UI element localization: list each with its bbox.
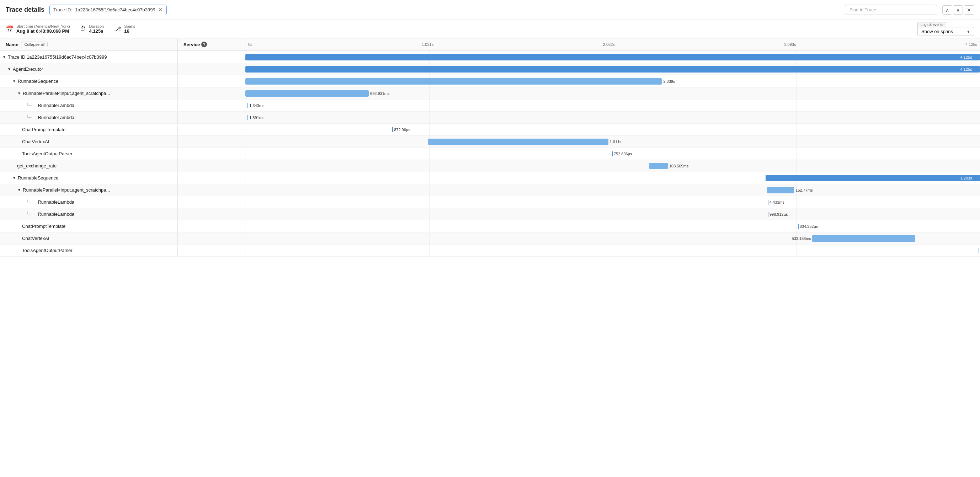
row-timeline-cell: 998.912µs [245,208,980,220]
start-time-value: Aug 8 at 6:43:08.068 PM [16,29,70,34]
span-bar-label: 692.931ms [370,91,389,95]
row-timeline-cell: 804.352µs [245,220,980,232]
row-service-cell [178,111,245,123]
row-name-cell: ▼RunnableParallel<input,agent_scratchpa.… [0,184,178,196]
table-row: ChatPromptTemplate872.96µs [0,124,980,136]
table-row: ▼RunnableSequence1.203s [0,172,980,184]
table-row: ▼RunnableParallel<input,agent_scratchpa.… [0,87,980,100]
collapse-icon[interactable]: ▼ [16,91,22,96]
span-bar [767,187,794,193]
row-service-cell [178,100,245,111]
row-name-cell: ChatPromptTemplate [0,124,178,135]
table-row: ToolsAgentOutputParser753.92µs [0,245,980,257]
row-name-cell: ▼Trace ID 1a223e16755f19d6ac74bec4c07b39… [0,51,178,63]
span-name: ChatPromptTemplate [22,127,65,132]
collapse-icon[interactable]: ▼ [11,79,17,84]
span-label: 804.352µs [800,224,818,229]
row-service-cell [178,172,245,184]
find-in-trace-input[interactable]: Find in Trace [845,5,937,15]
row-name-cell: ToolsAgentOutputParser [0,148,178,160]
collapse-icon[interactable]: ▼ [2,54,7,60]
row-timeline-cell: 1.011s [245,136,980,148]
row-timeline-cell: 152.77ms [245,184,980,196]
row-name-cell: ▼AgentExecutor [0,63,178,75]
row-timeline-cell: 1.343ms [245,100,980,111]
logs-events-dropdown[interactable]: Show on spans ▼ [917,27,974,36]
span-bar [245,54,980,60]
table-row: └─RunnableLambda998.912µs [0,208,980,220]
span-name: ChatPromptTemplate [22,224,65,229]
span-label: 998.912µs [770,212,788,216]
table-row: ▼RunnableParallel<input,agent_scratchpa.… [0,184,980,196]
row-timeline-cell: 752.896µs [245,148,980,160]
table-row: ▼AgentExecutor4.125s [0,63,980,75]
start-time-meta: 📅 Start time (America/New_York) Aug 8 at… [6,24,70,34]
span-name: RunnableLambda [38,103,74,108]
header: Trace details Trace ID: 1a223e16755f19d6… [0,0,980,20]
span-name: RunnableLambda [38,211,74,217]
row-service-cell [178,148,245,160]
help-icon[interactable]: ? [201,41,207,47]
nav-up-button[interactable]: ∧ [942,5,952,14]
logs-events-container: Logs & events Show on spans ▼ [917,22,974,36]
span-name: get_exchange_rate [17,163,57,169]
table-row: ChatVertexAI1.011s [0,136,980,148]
span-bar [428,138,608,145]
duration-meta: ⏱ Duration 4.125s [80,24,104,34]
collapse-icon[interactable]: ▼ [11,175,17,181]
row-name-cell: ▼RunnableParallel<input,agent_scratchpa.… [0,87,178,99]
trace-id-clear-icon[interactable]: ✕ [158,7,163,13]
span-bar-label: 4.125s [961,67,972,72]
span-bar-label: 152.77ms [795,188,813,192]
row-name-cell: ToolsAgentOutputParser [0,245,178,256]
find-in-trace-placeholder: Find in Trace [850,7,876,13]
span-bar-label: 533.158ms [792,236,811,241]
row-service-cell [178,184,245,196]
row-name-cell: └─RunnableLambda [0,196,178,208]
header-close-button[interactable]: ✕ [964,5,974,14]
row-service-cell [178,160,245,172]
span-bar [245,66,980,73]
calendar-icon: 📅 [6,25,14,33]
page-title: Trace details [6,6,45,14]
collapse-icon[interactable]: ▼ [16,187,22,193]
collapse-icon[interactable]: ▼ [6,67,12,72]
span-label: 752.896µs [614,152,632,156]
column-header: Name Collapse all Service ? 0s1.031s2.06… [0,38,980,51]
span-name: RunnableSequence [18,79,58,84]
spans-meta: ⎇ Spans 16 [114,24,135,34]
table-row: ChatVertexAI533.158ms [0,232,980,245]
timer-icon: ⏱ [80,25,86,33]
span-name: ChatVertexAI [22,139,49,144]
row-service-cell [178,51,245,63]
span-name: ChatVertexAI [22,236,49,241]
row-name-cell: └─RunnableLambda [0,100,178,111]
row-name-cell: ChatVertexAI [0,136,178,148]
table-row: get_exchange_rate103.569ms [0,160,980,172]
row-timeline-cell: 753.92µs [245,245,980,256]
span-bar [245,78,662,84]
row-service-cell [178,245,245,256]
table-row: ▼RunnableSequence2.339s [0,75,980,87]
row-service-cell [178,75,245,87]
span-label: 1.591ms [249,116,264,120]
row-service-cell [178,124,245,135]
span-label: 1.343ms [249,103,264,108]
table-row: └─RunnableLambda1.343ms [0,100,980,111]
span-label: 872.96µs [394,127,410,132]
spans-value: 16 [124,29,135,34]
dropdown-chevron-icon: ▼ [966,30,970,34]
spans-icon: ⎇ [114,25,121,33]
nav-buttons: ∧ ∨ ✕ [942,5,974,14]
nav-down-button[interactable]: ∨ [953,5,963,14]
row-timeline-cell: 872.96µs [245,124,980,135]
row-name-cell: ChatPromptTemplate [0,220,178,232]
row-service-cell [178,63,245,75]
collapse-all-button[interactable]: Collapse all [21,41,48,47]
row-name-cell: ChatVertexAI [0,232,178,244]
trace-id-value: 1a223e16755f19d6ac74bec4c07b3999 [75,7,155,13]
spans-label: Spans [124,24,135,29]
span-bar-label: 103.569ms [669,164,689,168]
span-bar-label: 4.125s [961,55,972,59]
row-name-cell: ▼RunnableSequence [0,172,178,184]
